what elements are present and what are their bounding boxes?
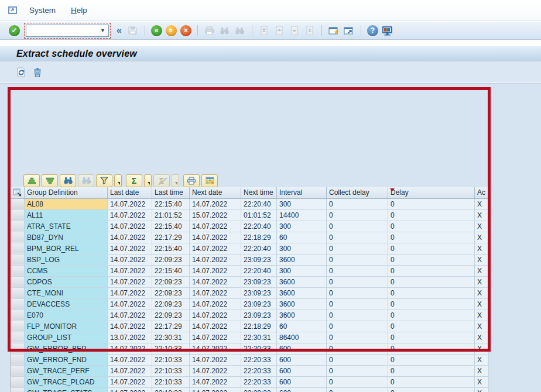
cell-last_time[interactable]: 22:10:33: [152, 354, 190, 365]
cell-collect_delay[interactable]: 0: [327, 387, 388, 392]
cell-delay[interactable]: 0: [388, 354, 475, 365]
cell-ac[interactable]: X: [475, 343, 489, 354]
create-shortcut-button[interactable]: [343, 24, 355, 37]
cell-interval[interactable]: 60: [277, 321, 327, 332]
cell-group[interactable]: GW_TRACE_STATS: [25, 387, 108, 392]
cell-next_time[interactable]: 22:20:40: [241, 265, 277, 276]
cell-interval[interactable]: 14400: [277, 209, 327, 221]
cell-next_date[interactable]: 15.07.2022: [190, 209, 241, 221]
filter-button[interactable]: [96, 174, 112, 187]
cell-collect_delay[interactable]: 0: [327, 298, 388, 310]
cell-next_date[interactable]: 14.07.2022: [190, 265, 241, 276]
cell-last_date[interactable]: 14.07.2022: [108, 287, 152, 298]
cell-delay[interactable]: 0: [388, 276, 475, 287]
cell-interval[interactable]: 600: [277, 365, 327, 376]
cell-next_time[interactable]: 22:20:33: [241, 354, 277, 365]
cell-next_time[interactable]: 23:09:23: [241, 298, 277, 310]
cell-next_time[interactable]: 22:20:33: [241, 387, 277, 392]
cell-ac[interactable]: X: [475, 232, 489, 243]
command-input[interactable]: [28, 26, 97, 36]
cell-group[interactable]: BD87_DYN: [25, 232, 108, 243]
cell-last_date[interactable]: 14.07.2022: [108, 232, 152, 243]
cell-group[interactable]: GW_TRACE_PLOAD: [25, 376, 108, 387]
row-selector[interactable]: [11, 243, 25, 254]
cell-next_time[interactable]: 22:20:33: [241, 343, 277, 354]
cell-interval[interactable]: 86400: [277, 332, 327, 343]
cell-collect_delay[interactable]: 0: [327, 310, 388, 321]
cell-last_date[interactable]: 14.07.2022: [108, 387, 152, 392]
cell-last_date[interactable]: 14.07.2022: [108, 221, 152, 232]
cell-interval[interactable]: 3600: [277, 298, 327, 310]
cell-collect_delay[interactable]: 0: [327, 332, 388, 343]
save-button[interactable]: [126, 24, 139, 37]
find-button[interactable]: [218, 24, 231, 37]
cell-collect_delay[interactable]: 0: [327, 376, 388, 387]
cell-last_time[interactable]: 22:15:40: [152, 221, 190, 232]
column-header-interval[interactable]: Interval: [277, 187, 327, 198]
up-button[interactable]: «: [166, 25, 177, 36]
cell-next_date[interactable]: 14.07.2022: [190, 243, 241, 254]
row-selector[interactable]: [11, 376, 25, 387]
collapse-toolbar-icon[interactable]: «: [117, 25, 122, 36]
row-selector[interactable]: [11, 387, 25, 392]
cell-collect_delay[interactable]: 0: [327, 265, 388, 276]
cell-next_date[interactable]: 14.07.2022: [190, 321, 241, 332]
cell-last_time[interactable]: 22:10:33: [152, 343, 190, 354]
cell-delay[interactable]: 0: [388, 209, 475, 221]
menu-system[interactable]: System: [29, 6, 56, 15]
cell-delay[interactable]: 0: [388, 198, 475, 209]
cell-interval[interactable]: 300: [277, 265, 327, 276]
cell-next_date[interactable]: 14.07.2022: [190, 287, 241, 298]
menu-help[interactable]: Help: [71, 6, 87, 15]
cell-next_date[interactable]: 14.07.2022: [190, 221, 241, 232]
cell-ac[interactable]: X: [475, 254, 489, 265]
cell-last_time[interactable]: 22:15:40: [152, 265, 190, 276]
cell-ac[interactable]: X: [475, 198, 489, 209]
grid-find-next-button[interactable]: [78, 174, 94, 187]
cell-next_date[interactable]: 14.07.2022: [190, 343, 241, 354]
cell-ac[interactable]: X: [475, 310, 489, 321]
customize-layout-button[interactable]: [381, 24, 394, 37]
row-selector[interactable]: [11, 232, 25, 243]
cell-last_time[interactable]: 22:15:40: [152, 198, 190, 209]
cell-collect_delay[interactable]: 0: [327, 287, 388, 298]
cell-ac[interactable]: X: [475, 243, 489, 254]
cell-interval[interactable]: 3600: [277, 276, 327, 287]
cell-collect_delay[interactable]: 0: [327, 232, 388, 243]
cell-next_date[interactable]: 14.07.2022: [190, 310, 241, 321]
command-dropdown-icon[interactable]: ▼: [97, 27, 108, 33]
cell-interval[interactable]: 600: [277, 343, 327, 354]
cell-collect_delay[interactable]: 0: [327, 365, 388, 376]
cell-last_date[interactable]: 14.07.2022: [108, 365, 152, 376]
cell-ac[interactable]: X: [475, 387, 489, 392]
cell-interval[interactable]: 300: [277, 221, 327, 232]
cell-next_time[interactable]: 22:30:31: [241, 332, 277, 343]
row-selector[interactable]: [11, 343, 25, 354]
cell-interval[interactable]: 300: [277, 243, 327, 254]
cell-last_date[interactable]: 14.07.2022: [108, 376, 152, 387]
cell-delay[interactable]: 0: [388, 232, 475, 243]
refresh-button[interactable]: [14, 66, 28, 79]
session-menu-icon[interactable]: [8, 6, 20, 15]
grid-print-button[interactable]: [183, 174, 200, 187]
cell-delay[interactable]: 0: [388, 376, 475, 387]
row-selector[interactable]: [11, 332, 25, 343]
cell-last_date[interactable]: 14.07.2022: [108, 265, 152, 276]
column-header-next_time[interactable]: Next time: [241, 187, 277, 198]
cell-ac[interactable]: X: [475, 209, 489, 221]
cell-last_date[interactable]: 14.07.2022: [108, 276, 152, 287]
cell-ac[interactable]: X: [475, 354, 489, 365]
cell-group[interactable]: GW_ERROR_FND: [25, 354, 108, 365]
cell-next_date[interactable]: 14.07.2022: [190, 232, 241, 243]
row-selector[interactable]: [11, 310, 25, 321]
subtotal-button[interactable]: Σ: [153, 174, 170, 187]
cell-next_date[interactable]: 14.07.2022: [190, 332, 241, 343]
cell-group[interactable]: GROUP_LIST: [25, 332, 108, 343]
first-page-button[interactable]: [258, 24, 270, 37]
cell-last_date[interactable]: 14.07.2022: [108, 343, 152, 354]
filter-menu-button[interactable]: [114, 174, 122, 187]
row-selector[interactable]: [11, 209, 25, 221]
row-selector[interactable]: [11, 265, 25, 276]
cell-next_time[interactable]: 01:01:52: [241, 209, 277, 221]
cell-group[interactable]: CTE_MONI: [25, 287, 108, 298]
